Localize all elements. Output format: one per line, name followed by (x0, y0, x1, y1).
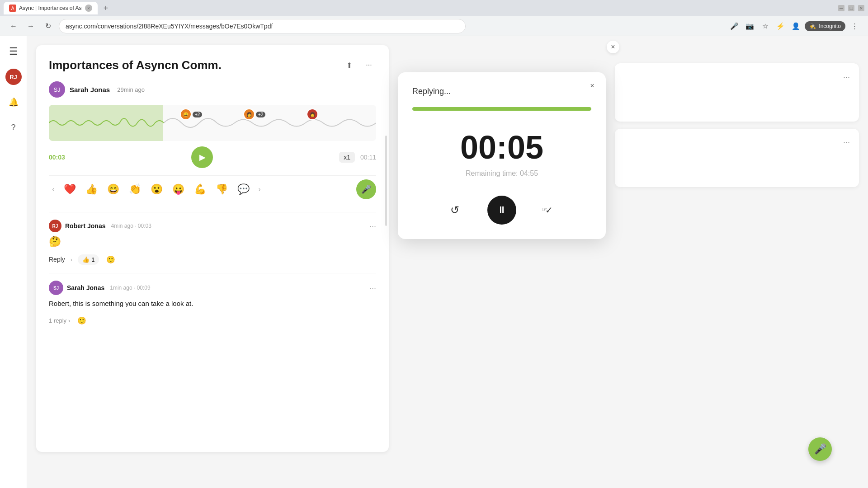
modal-controls: ↺ ⏸ ☞ ✓ (412, 196, 591, 225)
speed-badge[interactable]: x1 (339, 152, 355, 163)
emoji-clap[interactable]: 👏 (125, 179, 145, 199)
back-button[interactable]: ← (7, 20, 20, 33)
browser-toolbar: ← → ↻ async.com/conversations/2I88ReXEu5… (0, 16, 868, 36)
forward-button[interactable]: → (24, 20, 37, 33)
total-time: 00:11 (360, 154, 376, 161)
rewind-button[interactable]: ↺ (444, 199, 466, 221)
sidebar-bell-icon[interactable]: 🔔 (5, 94, 22, 110)
emoji-bubble[interactable]: 💬 (233, 179, 253, 199)
emoji-tongue[interactable]: 😛 (168, 179, 188, 199)
comment-header-robert: RJ Robert Jonas 4min ago · 00:03 ··· (49, 220, 376, 232)
emoji-scroll-left[interactable]: ‹ (49, 185, 58, 194)
reply-count-sarah[interactable]: 1 reply › (49, 317, 70, 324)
menu-icon[interactable]: ⋮ (848, 20, 861, 33)
minimize-button[interactable]: ─ (838, 5, 844, 11)
comment-author-robert: Robert Jonas (65, 222, 105, 230)
emoji-heart[interactable]: ❤️ (60, 179, 80, 199)
incognito-label: Incognito (819, 23, 841, 29)
modal-progress-fill (412, 107, 591, 111)
modal-close-button[interactable]: × (586, 80, 599, 92)
right-panel: ··· ··· (615, 45, 859, 479)
page-content: ☰ RJ 🔔 ? Importances of Asyncn Comm. ⬆ ·… (0, 36, 868, 488)
tab-close-button[interactable]: × (85, 5, 92, 12)
conversation-panel: Importances of Asyncn Comm. ⬆ ··· SJ Sar… (36, 45, 389, 452)
emoji-reaction-row: ‹ ❤️ 👍 😄 👏 😮 😛 💪 👎 💬 › 🎤 (49, 175, 376, 203)
pause-button[interactable]: ⏸ (487, 196, 516, 225)
scroll-indicator (385, 136, 387, 226)
floating-mic-button[interactable]: 🎤 (808, 437, 832, 461)
emoji-laugh[interactable]: 😄 (103, 179, 123, 199)
reload-button[interactable]: ↻ (42, 20, 54, 33)
maximize-button[interactable]: □ (848, 5, 854, 11)
incognito-badge: 🕵 Incognito (805, 21, 845, 31)
active-tab[interactable]: A Async | Importances of Async × (4, 2, 98, 14)
new-tab-button[interactable]: + (99, 2, 112, 14)
sidebar-menu-icon[interactable]: ☰ (5, 43, 22, 60)
right-card-bottom: ··· (615, 129, 859, 187)
comment-more-robert[interactable]: ··· (369, 221, 376, 231)
camera-icon[interactable]: 📷 (743, 20, 756, 33)
comment-author-sarah: Sarah Jonas (67, 284, 104, 291)
main-area: Importances of Asyncn Comm. ⬆ ··· SJ Sar… (27, 36, 868, 488)
comment-header-sarah: SJ Sarah Jonas 1min ago · 00:09 ··· (49, 281, 376, 295)
modal-timer: 00:05 (412, 129, 591, 166)
comment-avatar-robert: RJ (49, 220, 61, 232)
like-count-robert: 1 (91, 256, 94, 263)
right-card-content-top (624, 85, 850, 113)
comment-more-sarah[interactable]: ··· (369, 283, 376, 293)
modal-area: × × Replying... 00:05 Remaining time: 04… (398, 45, 606, 479)
like-badge-robert[interactable]: 👍 1 (78, 254, 99, 265)
author-avatar: SJ (49, 81, 65, 98)
comment-avatar-sarah: SJ (49, 281, 63, 295)
add-reaction-robert[interactable]: 🙂 (104, 253, 117, 266)
star-icon[interactable]: ☆ (759, 20, 771, 33)
profile-icon[interactable]: 👤 (789, 20, 802, 33)
emoji-thumbsdown[interactable]: 👎 (212, 179, 231, 199)
listener-avatar-2: 👩 (243, 108, 255, 120)
more-options-button[interactable]: ··· (362, 58, 376, 72)
reply-arrow: › (71, 256, 72, 263)
modal-progress-bar (412, 107, 591, 111)
waveform-progress (49, 105, 163, 141)
record-reaction-button[interactable]: 🎤 (356, 179, 376, 199)
playback-row: 00:03 ▶ x1 00:11 (49, 146, 376, 168)
right-card-more-top[interactable]: ··· (624, 72, 850, 82)
url-text: async.com/conversations/2I88ReXEu5YIYX/m… (66, 23, 273, 30)
comment-time-robert: 4min ago · 00:03 (111, 223, 151, 229)
right-card-content-bottom (624, 151, 850, 178)
reply-button-robert[interactable]: Reply (49, 256, 65, 263)
tab-favicon: A (9, 5, 16, 12)
window-controls: ─ □ × (838, 5, 864, 11)
add-reaction-sarah[interactable]: 🙂 (75, 314, 88, 327)
conversation-title: Importances of Asyncn Comm. (49, 58, 342, 72)
right-card-more-bottom[interactable]: ··· (624, 138, 850, 147)
emoji-thumbsup[interactable]: 👍 (81, 179, 101, 199)
listener-avatar-3: 👩 (307, 108, 318, 120)
toolbar-icons: 🎤 📷 ☆ ⚡ 👤 🕵 Incognito ⋮ (728, 20, 861, 33)
sidebar-avatar[interactable]: RJ (5, 69, 22, 85)
header-actions: ⬆ ··· (342, 58, 376, 72)
address-bar[interactable]: async.com/conversations/2I88ReXEu5YIYX/m… (59, 19, 466, 33)
confirm-button[interactable]: ☞ ✓ (538, 199, 560, 221)
listener-avatar-1: 😀 (180, 108, 192, 120)
comment-text-sarah: Robert, this is something you can take a… (49, 299, 376, 309)
comment-emoji-robert: 🤔 (49, 236, 376, 248)
close-button[interactable]: × (858, 5, 864, 11)
comment-actions-sarah: 1 reply › 🙂 (49, 314, 376, 327)
microphone-icon[interactable]: 🎤 (728, 20, 741, 33)
share-button[interactable]: ⬆ (342, 58, 356, 72)
outer-close-button[interactable]: × (607, 41, 619, 53)
tab-title: Async | Importances of Async (19, 5, 82, 11)
comment-time-sarah: 1min ago · 00:09 (110, 285, 150, 291)
browser-titlebar: A Async | Importances of Async × + ─ □ × (0, 0, 868, 16)
app-sidebar: ☰ RJ 🔔 ? (0, 36, 27, 488)
emoji-scroll-right[interactable]: › (255, 185, 264, 194)
sidebar-help-icon[interactable]: ? (5, 119, 22, 136)
waveform-container[interactable]: 😀 +2 👩 +2 👩 (49, 105, 376, 141)
play-button[interactable]: ▶ (191, 146, 213, 168)
emoji-flex[interactable]: 💪 (190, 179, 210, 199)
emoji-wow[interactable]: 😮 (146, 179, 166, 199)
author-name: Sarah Jonas (70, 86, 110, 94)
author-row: SJ Sarah Jonas 29min ago (49, 81, 376, 98)
extensions-icon[interactable]: ⚡ (774, 20, 787, 33)
